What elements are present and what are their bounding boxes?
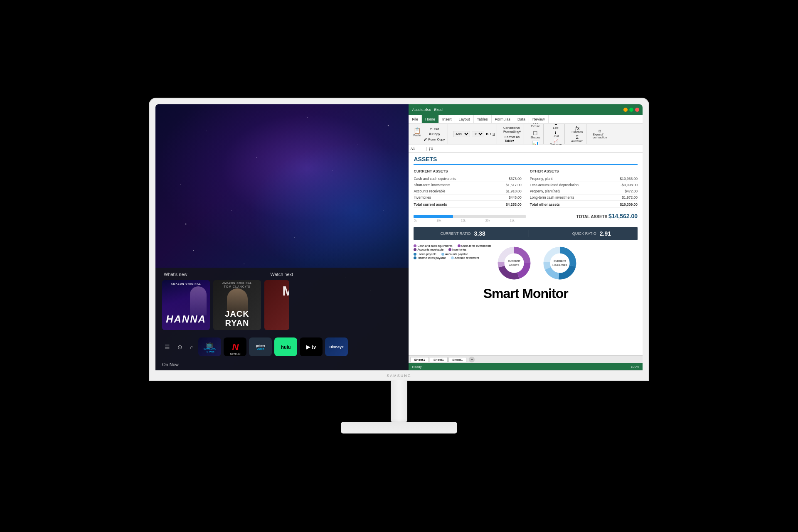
outcome-button[interactable]: 📈 Outcome — [549, 139, 563, 145]
font-group: Arial 11 B I U — [451, 124, 497, 144]
svg-text:CURRENT: CURRENT — [508, 259, 520, 262]
asset-label: Property, plant(net) — [530, 189, 560, 193]
paste-button[interactable]: 📋 Paste — [412, 127, 422, 142]
legend-label-accrued: Accrued retirement — [455, 256, 479, 259]
cell-reference[interactable]: A1 — [410, 147, 427, 151]
smart-monitor-text: Smart Monitor — [414, 286, 638, 301]
legend-dot-inv — [448, 248, 451, 251]
excel-statusbar: Ready 100% — [409, 363, 643, 370]
menu-insert[interactable]: Insert — [439, 115, 456, 123]
total-assets-section: TOTAL ASSETS $14,562.00 — [576, 213, 638, 219]
sheet-tab-3[interactable]: Sheet1 — [448, 357, 466, 362]
minimize-button[interactable] — [623, 108, 628, 112]
copy-button[interactable]: ⧉ Copy — [423, 132, 446, 137]
total-amount: $4,253.00 — [506, 202, 522, 207]
current-assets-donut-svg: CURRENT ASSETS — [495, 244, 533, 282]
svg-text:CURRENT: CURRENT — [554, 259, 566, 262]
tv-card-partial[interactable]: M — [264, 280, 289, 330]
hamburger-icon[interactable]: ☰ — [162, 341, 172, 353]
formula-group: ƒx Function Σ AutoSum — [568, 124, 586, 144]
line-button[interactable]: ━ Line — [552, 123, 560, 130]
assets-other-total-row: Total other assets $10,309.00 — [530, 201, 638, 208]
function-button[interactable]: ƒx Function — [570, 126, 584, 134]
total-assets-label: TOTAL ASSETS — [576, 214, 608, 219]
shapes-button[interactable]: ◻ Shapes — [529, 129, 542, 139]
format-as-table-button[interactable]: Format asTable▾ — [503, 135, 521, 143]
cut-button[interactable]: ✂ Cut — [423, 127, 446, 131]
current-ratio-item: CURRENT RATIO 3.38 — [440, 230, 485, 237]
font-family-select[interactable]: Arial — [453, 131, 470, 137]
app-prime-video[interactable]: prime video ~ — [249, 337, 272, 356]
user-icon[interactable]: ⊙ — [175, 341, 185, 353]
bold-button[interactable]: B — [486, 132, 488, 136]
asset-amount: $472.00 — [625, 189, 638, 193]
picture-button[interactable]: 🖼 Picture — [530, 123, 541, 128]
close-button[interactable] — [635, 108, 639, 112]
legend-item-accrued: Accrued retirement — [451, 256, 479, 259]
expand-group: ⊞ Expand/contraction — [590, 124, 610, 144]
legend-label-tax: Income taxes payable — [417, 256, 446, 259]
tv-apps-row: ☰ ⊙ ⌂ 📺 SAMSUNGTV Plus N NETFLIX — [155, 334, 409, 360]
legend-dot-ap — [441, 253, 444, 256]
tv-side: What's new Watch next AMAZON ORIGINAL HA… — [155, 104, 409, 370]
function-icon: ƒx — [429, 146, 433, 151]
assets-row: Short-term investments $1,517.00 — [414, 182, 521, 188]
add-sheet-button[interactable]: + — [469, 357, 475, 362]
quick-ratio-label: QUICK RATIO — [572, 232, 596, 236]
menu-formulas[interactable]: Formulas — [492, 115, 515, 123]
legend-item-cash: Cash and cash equivalents — [414, 244, 452, 247]
charts-button[interactable]: 📊 Charts — [530, 140, 541, 145]
app-disney-plus[interactable]: Disney+ — [325, 337, 348, 356]
maximize-button[interactable] — [629, 108, 633, 112]
sheet-tab-1[interactable]: Sheet1 — [410, 357, 429, 362]
legend-dot-tax — [414, 256, 416, 259]
expand-button[interactable]: ⊞ Expand/contraction — [591, 129, 608, 139]
underline-button[interactable]: U — [493, 132, 495, 136]
legend-item-ap: Accounts payable — [441, 253, 468, 256]
italic-button[interactable]: I — [490, 132, 491, 136]
asset-label: Cash and cash equivalents — [414, 177, 456, 181]
excel-side: Assets.xlsx - Excel File Home Insert Lay… — [409, 104, 643, 370]
assets-row: Long-term cash investments $1,972.00 — [530, 195, 638, 201]
menu-review[interactable]: Review — [529, 115, 549, 123]
asset-amount: $445.00 — [509, 195, 522, 200]
legend-label-ar: Accounts receivable — [417, 248, 443, 251]
assets-row: Accounts receivable $1,918.00 — [414, 188, 521, 195]
asset-label: Inventories — [414, 195, 431, 200]
total-label: Total current assets — [414, 202, 447, 207]
format-copy-button[interactable]: 🖌 Form Copy — [423, 137, 446, 142]
app-hulu[interactable]: hulu — [274, 337, 297, 356]
app-disney-label: Disney+ — [330, 345, 344, 349]
heat-button[interactable]: 🌡 Heat — [552, 131, 560, 138]
nebula-blue — [232, 131, 409, 291]
current-liabilities-donut-svg: CURRENT LIABILITIES — [541, 244, 579, 282]
app-apple-tv[interactable]: ▶ tv — [300, 337, 323, 356]
formula-input[interactable] — [435, 147, 641, 151]
asset-label: Short-term investments — [414, 183, 450, 187]
menu-tables[interactable]: Tables — [474, 115, 492, 123]
asset-amount: $1,517.00 — [506, 183, 522, 187]
legend-label-loans: Loans payable — [417, 253, 436, 256]
home-icon[interactable]: ⌂ — [187, 341, 196, 353]
legend-item-loans: Loans payable — [414, 253, 436, 256]
asset-amount: $1,972.00 — [622, 195, 638, 200]
app-netflix[interactable]: N NETFLIX — [224, 337, 246, 356]
font-size-select[interactable]: 11 — [472, 131, 484, 137]
zoom-level: 100% — [631, 365, 639, 369]
assets-row: Less accumulated depreciation -$3,098.00 — [530, 182, 638, 188]
menu-home[interactable]: Home — [422, 115, 439, 123]
app-hulu-label: hulu — [281, 345, 291, 350]
autosum-button[interactable]: Σ AutoSum — [570, 135, 584, 143]
assets-row: Cash and cash equivalents $373.00 — [414, 176, 521, 182]
app-samsung-tv-plus[interactable]: 📺 SAMSUNGTV Plus — [198, 337, 221, 356]
menu-layout[interactable]: Layout — [455, 115, 473, 123]
tv-card-hanna[interactable]: AMAZON ORIGINAL HANNA — [162, 280, 210, 330]
tv-bottom-panel: What's new Watch next AMAZON ORIGINAL HA… — [155, 268, 409, 370]
excel-menu-bar: File Home Insert Layout Tables Formulas … — [409, 115, 643, 123]
conditional-formatting-button[interactable]: ConditionalFormatting▾ — [502, 126, 522, 134]
asset-amount: -$3,098.00 — [621, 183, 638, 187]
menu-data[interactable]: Data — [514, 115, 529, 123]
sheet-tab-2[interactable]: Sheet1 — [430, 357, 448, 362]
tv-card-jack[interactable]: AMAZON ORIGINAL TOM CLANCY'S JACKRYAN — [213, 280, 261, 330]
menu-file[interactable]: File — [409, 115, 422, 123]
